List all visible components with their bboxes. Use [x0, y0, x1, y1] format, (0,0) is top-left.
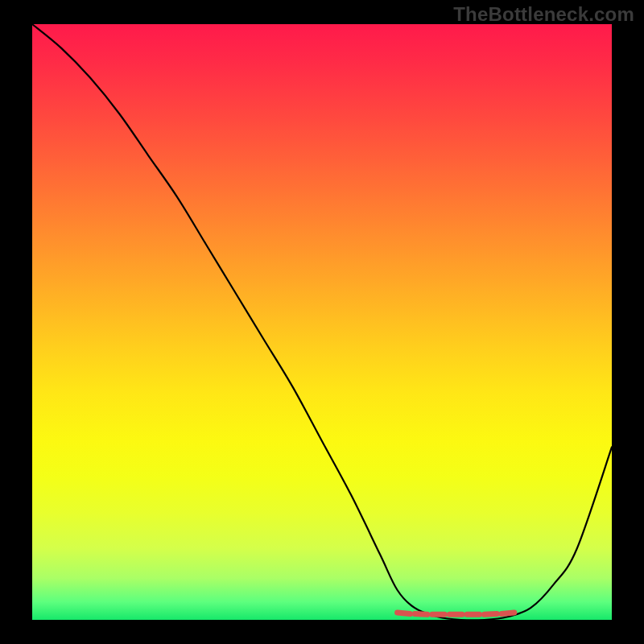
floor-dash-group — [398, 613, 514, 614]
floor-dash — [485, 614, 497, 615]
chart-frame: TheBottleneck.com — [0, 0, 644, 644]
floor-dash — [398, 613, 411, 614]
plot-area — [32, 24, 612, 620]
watermark-text: TheBottleneck.com — [453, 3, 634, 26]
floor-dash — [502, 613, 514, 614]
bottleneck-curve — [32, 24, 612, 620]
floor-dash — [415, 614, 427, 615]
curve-layer — [32, 24, 612, 620]
